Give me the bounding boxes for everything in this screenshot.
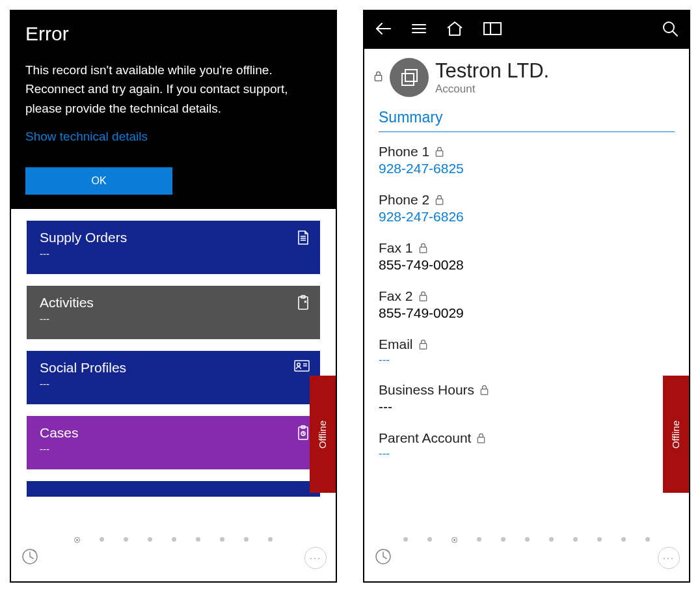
- tile-title: Activities: [40, 295, 307, 311]
- page-dot[interactable]: [621, 537, 626, 542]
- tile-sub: ---: [40, 248, 307, 259]
- tile-social-profiles[interactable]: Social Profiles ---: [27, 351, 320, 404]
- show-technical-details-link[interactable]: Show technical details: [25, 130, 321, 144]
- refresh-icon[interactable]: [373, 547, 396, 569]
- more-icon[interactable]: ⋯: [658, 547, 680, 569]
- page-dot[interactable]: [124, 537, 128, 542]
- field-label: Business Hours: [379, 382, 675, 398]
- top-bar: [364, 11, 689, 49]
- field-phone-1: Phone 1 928-247-6825: [379, 144, 675, 176]
- error-title: Error: [25, 23, 321, 45]
- page-dot[interactable]: [148, 537, 152, 542]
- tile-title: Supply Orders: [40, 230, 307, 245]
- offline-indicator[interactable]: Offline: [663, 376, 689, 493]
- field-parent-account: Parent Account ---: [379, 430, 675, 460]
- record-header: Testron LTD. Account: [364, 49, 689, 102]
- field-label: Parent Account: [379, 430, 675, 446]
- refresh-icon[interactable]: [20, 547, 42, 569]
- page-dot[interactable]: [100, 537, 104, 542]
- account-avatar: [390, 58, 429, 97]
- tile-supply-orders[interactable]: Supply Orders ---: [27, 221, 320, 274]
- tile-stub[interactable]: [27, 481, 320, 497]
- page-dots-right: [403, 537, 650, 543]
- record-title: Testron LTD.: [435, 59, 549, 83]
- tile-cases[interactable]: Cases ---: [27, 416, 320, 469]
- field-label: Phone 2: [379, 192, 675, 208]
- more-icon[interactable]: ⋯: [304, 547, 327, 569]
- page-dot[interactable]: [244, 537, 249, 542]
- offline-label: Offline: [317, 420, 329, 448]
- field-value[interactable]: ---: [379, 353, 675, 367]
- field-business-hours: Business Hours ---: [379, 382, 675, 415]
- offline-indicator[interactable]: Offline: [310, 376, 336, 493]
- tile-sub: ---: [40, 443, 307, 454]
- page-dot[interactable]: [573, 537, 578, 542]
- tile-title: Cases: [40, 425, 307, 441]
- field-label: Fax 2: [379, 288, 675, 304]
- page-dot[interactable]: [645, 537, 650, 542]
- field-phone-2: Phone 2 928-247-6826: [379, 192, 675, 225]
- page-dot[interactable]: [451, 537, 457, 543]
- field-fax-2: Fax 2 855-749-0029: [379, 288, 675, 321]
- page-dot[interactable]: [220, 537, 224, 542]
- field-email: Email ---: [379, 337, 675, 367]
- record-subtitle: Account: [435, 83, 549, 96]
- field-value[interactable]: 928-247-6826: [379, 209, 675, 225]
- document-icon: [297, 230, 310, 248]
- id-card-icon: [294, 360, 310, 374]
- menu-icon[interactable]: [411, 23, 427, 37]
- section-summary[interactable]: Summary: [379, 109, 675, 132]
- page-dot[interactable]: [268, 537, 273, 542]
- phone-right: Testron LTD. Account Summary Phone 1 928…: [363, 10, 690, 583]
- tile-list: Supply Orders --- Activities --- Social …: [11, 209, 336, 581]
- page-dot[interactable]: [525, 537, 530, 542]
- svg-line-21: [673, 31, 677, 36]
- home-icon[interactable]: [446, 21, 463, 39]
- error-message: This record isn't available while you're…: [25, 61, 321, 118]
- record-content: Summary Phone 1 928-247-6825Phone 2 928-…: [364, 102, 689, 478]
- field-label: Phone 1: [379, 144, 675, 159]
- offline-label: Offline: [671, 420, 682, 448]
- tile-sub: ---: [40, 313, 307, 324]
- page-dot[interactable]: [403, 537, 408, 542]
- error-dialog: Error This record isn't available while …: [11, 11, 336, 209]
- field-value[interactable]: ---: [379, 447, 675, 460]
- page-dot[interactable]: [549, 537, 554, 542]
- tile-sub: ---: [40, 378, 307, 389]
- page-dot[interactable]: [597, 537, 602, 542]
- field-value[interactable]: 928-247-6825: [379, 161, 675, 176]
- page-dot[interactable]: [74, 537, 80, 543]
- clipboard-icon: [297, 295, 310, 313]
- page-dot[interactable]: [477, 537, 481, 542]
- field-fax-1: Fax 1 855-749-0028: [379, 240, 675, 273]
- page-dot[interactable]: [427, 537, 432, 542]
- lock-icon: [373, 71, 383, 85]
- case-icon: [297, 425, 310, 443]
- svg-point-7: [297, 363, 301, 367]
- footer-bar: ⋯: [11, 531, 336, 581]
- svg-rect-18: [484, 23, 501, 35]
- tile-activities[interactable]: Activities ---: [27, 286, 320, 339]
- field-label: Email: [379, 337, 675, 352]
- field-value: ---: [379, 399, 675, 415]
- field-value: 855-749-0029: [379, 305, 675, 321]
- page-dot[interactable]: [501, 537, 505, 542]
- footer-bar: ⋯: [364, 531, 689, 581]
- page-dot[interactable]: [196, 537, 200, 542]
- svg-rect-22: [402, 74, 414, 85]
- page-dots-left: [74, 537, 273, 543]
- tile-title: Social Profiles: [40, 360, 307, 376]
- phone-left: Error This record isn't available while …: [10, 10, 337, 583]
- search-icon[interactable]: [662, 20, 679, 40]
- page-dot[interactable]: [172, 537, 176, 542]
- split-view-icon[interactable]: [483, 21, 502, 38]
- back-icon[interactable]: [375, 21, 392, 38]
- field-value: 855-749-0028: [379, 257, 675, 273]
- ok-button[interactable]: OK: [25, 167, 172, 195]
- svg-rect-23: [405, 70, 417, 81]
- field-label: Fax 1: [379, 240, 675, 256]
- svg-rect-4: [299, 297, 308, 309]
